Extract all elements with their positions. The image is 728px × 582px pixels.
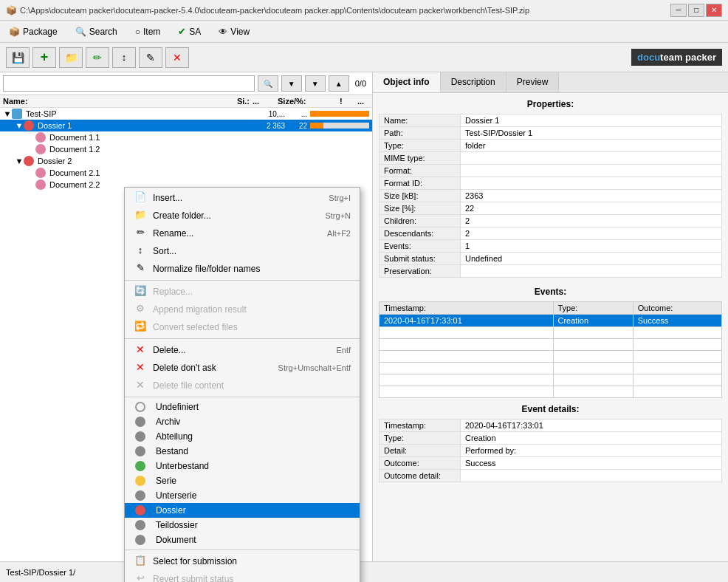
tab-description[interactable]: Description [441,72,506,92]
property-value: 1 [461,240,722,253]
ctx-delete-no-ask-shortcut: Strg+Umschalt+Entf [278,363,351,372]
toolbar-rename-button[interactable]: ✎ [139,47,162,68]
add-icon: + [41,49,49,65]
status-bar: Test-SIP/Dossier 1/ [0,561,728,582]
event-detail-label: Timestamp: [380,420,461,432]
normalize-icon: ✎ [134,262,147,275]
abteilung-icon [135,431,145,442]
toolbar-delete-button[interactable]: ✕ [165,47,189,68]
filter-button[interactable]: ▼ [281,75,302,92]
right-panel: Object info Description Preview Properti… [373,72,728,561]
status-text: Test-SIP/Dossier 1/ [6,568,75,577]
ctx-sort[interactable]: ↕ Sort... [125,242,360,260]
delete-icon: ✕ [173,52,182,64]
tree-item-doc2-1[interactable]: ▶ Document 2.1 [0,167,372,179]
events-col-outcome: Outcome: [633,302,721,315]
nav-down-button[interactable]: ▼ [305,75,326,92]
ctx-abteilung[interactable]: Abteilung [125,429,360,444]
property-label: Preservation: [380,265,461,278]
menu-search[interactable]: 🔍 Search [72,25,120,38]
event-details-table: Timestamp:2020-04-16T17:33:01Type:Creati… [379,419,722,482]
tree-toggle-dossier2[interactable]: ▼ [15,157,24,165]
teildossier-icon [135,520,145,530]
root-icon [12,109,22,119]
sort-ctx-icon: ↕ [134,244,147,258]
maximize-button[interactable]: □ [688,4,704,17]
ctx-rename-label: Rename... [153,228,193,239]
property-value: 22 [461,202,722,215]
ctx-unterbestand[interactable]: Unterbestand [125,459,360,473]
tree-header-size: Si.: [205,97,250,106]
property-row: MIME type: [380,152,722,165]
minimize-button[interactable]: ─ [670,4,687,17]
toolbar-save-button[interactable]: 💾 [6,47,30,68]
event-detail-value: Performed by: [461,445,722,457]
ctx-dokument[interactable]: Dokument [125,533,360,547]
bestand-icon [135,446,145,456]
ctx-select-submission[interactable]: 📋 Select for submission [125,552,360,570]
search-input[interactable] [3,75,255,92]
tree-item-doc1-1[interactable]: ▶ Document 1.1 [0,131,372,143]
tab-preview[interactable]: Preview [506,72,560,92]
doc1-1-icon [35,132,46,143]
tree-item-doc1-2[interactable]: ▶ Document 1.2 [0,143,372,155]
tree-item-name-doc1-1: Document 1.1 [49,133,369,142]
ctx-unterserie[interactable]: Unterserie [125,488,360,503]
toolbar-folder-button[interactable]: 📁 [59,47,83,68]
tree-item-root[interactable]: ▼ Test-SIP 10,... ... [0,108,372,120]
event-detail-row: Outcome:Success [380,457,722,470]
tree-item-dossier2[interactable]: ▼ Dossier 2 [0,155,372,167]
ctx-delete-no-ask[interactable]: ✕ Delete don't ask Strg+Umschalt+Entf [125,359,360,377]
property-label: Type: [380,140,461,152]
ctx-delete[interactable]: ✕ Delete... Entf [125,341,360,359]
property-value: Dossier 1 [461,114,722,127]
search-icon: 🔍 [264,80,272,88]
toolbar-add-button[interactable]: + [32,47,56,68]
ctx-bestand[interactable]: Bestand [125,444,360,459]
ctx-delete-label: Delete... [153,345,186,355]
tree-toggle-dossier1[interactable]: ▼ [15,121,24,130]
property-row: Path:Test-SIP/Dossier 1 [380,127,722,140]
property-value: Test-SIP/Dossier 1 [461,127,722,140]
search-prev-button[interactable]: 🔍 [258,75,278,92]
ctx-archiv[interactable]: Archiv [125,414,360,429]
close-button[interactable]: ✕ [706,4,722,17]
events-section: Events: Timestamp: Type: Outcome: 2020-0… [379,287,722,398]
main-content: 🔍 ▼ ▼ ▲ 0/0 Name: Si.: ... Size/%: ! ... [0,72,728,561]
replace-icon: 🔄 [134,285,147,298]
delete-ctx-icon: ✕ [134,343,147,357]
property-label: Events: [380,240,461,253]
menu-sa[interactable]: ✔ SA [175,24,204,38]
search-bar: 🔍 ▼ ▼ ▲ 0/0 [0,72,372,95]
ctx-dossier[interactable]: Dossier [125,503,360,518]
ctx-teildossier[interactable]: Teildossier [125,518,360,533]
ctx-rename[interactable]: ✏ Rename... Alt+F2 [125,225,360,242]
event-detail-value: Creation [461,432,722,445]
tree-item-dossier1[interactable]: ▼ Dossier 1 2 363 22 [0,120,372,131]
ctx-undefiniert[interactable]: Undefiniert [125,400,360,414]
tab-object-info[interactable]: Object info [373,72,441,92]
event-row[interactable]: 2020-04-16T17:33:01CreationSuccess [380,315,722,327]
properties-table: Name:Dossier 1Path:Test-SIP/Dossier 1Typ… [379,114,722,278]
ctx-delete-content: ✕ Delete file content [125,377,360,394]
serie-icon [135,476,145,486]
menu-package[interactable]: 📦 Package [6,25,61,38]
tree-header-excl: ! [340,97,354,106]
toolbar-edit-button[interactable]: ✏ [86,47,109,68]
ctx-insert-shortcut: Strg+I [329,194,351,202]
menu-view[interactable]: 👁 View [216,25,253,38]
menu-bar: 📦 Package 🔍 Search ○ Item ✔ SA 👁 View [0,21,728,43]
event-empty-row [380,374,722,386]
menu-item[interactable]: ○ Item [132,25,164,38]
property-label: MIME type: [380,152,461,165]
ctx-insert[interactable]: 📄 Insert... Strg+I [125,189,360,207]
nav-up-button[interactable]: ▲ [329,75,349,92]
ctx-create-folder[interactable]: 📁 Create folder... Strg+N [125,207,360,225]
ctx-archiv-label: Archiv [156,417,180,427]
toolbar-sort-button[interactable]: ↕ [112,47,136,68]
ctx-normalize[interactable]: ✎ Normalize file/folder names [125,260,360,278]
tree-toggle-root[interactable]: ▼ [3,109,12,118]
ctx-revert-submit: ↩ Revert submit status [125,570,360,582]
ctx-serie[interactable]: Serie [125,473,360,488]
chevron-up-icon: ▲ [335,80,343,88]
